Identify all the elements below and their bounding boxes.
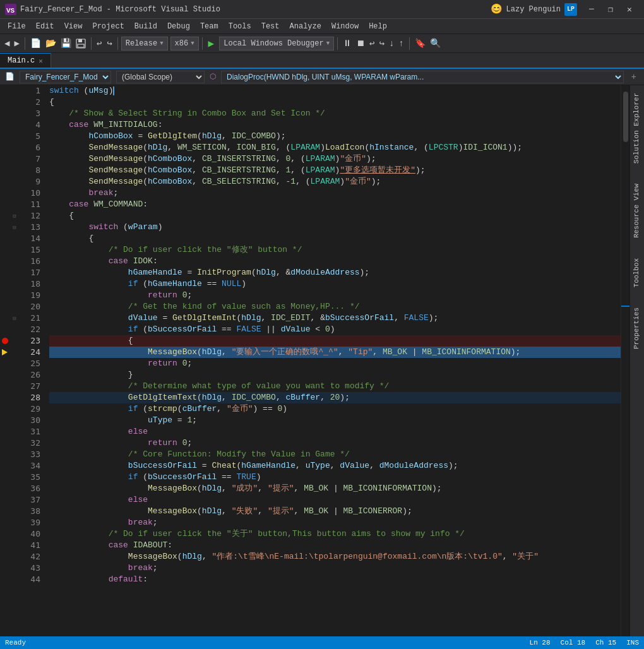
- menu-item-tools[interactable]: Tools: [224, 19, 256, 34]
- toolbar-find-btn[interactable]: 🔍: [428, 37, 443, 50]
- toolbox-label: Toolbox: [630, 253, 643, 292]
- line-num-8: 8: [19, 165, 40, 176]
- menu-item-help[interactable]: Help: [364, 19, 392, 34]
- gutter-8: [0, 165, 10, 176]
- toolbar-debug-btn-5[interactable]: ↓: [387, 37, 396, 50]
- build-config-dropdown[interactable]: Release ▼: [121, 37, 168, 51]
- code-line-13: switch (wParam): [49, 222, 621, 233]
- line-num-43: 43: [19, 563, 40, 574]
- menu-item-view[interactable]: View: [59, 19, 88, 34]
- toolbar-debug-btn-1[interactable]: ⏸: [341, 37, 354, 50]
- line-num-16: 16: [19, 256, 40, 267]
- line-num-22: 22: [19, 324, 40, 335]
- toolbar-back-btn[interactable]: ◀: [3, 37, 11, 50]
- menu-item-analyze[interactable]: Analyze: [285, 19, 326, 34]
- code-line-3: /* Show & Select String in Combo Box and…: [49, 108, 621, 119]
- fold-12[interactable]: ⊟: [10, 210, 19, 222]
- gutter-29: [0, 403, 10, 415]
- toolbar-open-btn[interactable]: 📂: [44, 37, 58, 50]
- line-num-1: 1: [19, 85, 40, 97]
- toolbar-new-btn[interactable]: 📄: [28, 37, 43, 50]
- user-area: 😊 Lazy Penguin LP: [491, 3, 577, 16]
- solution-explorer-tab[interactable]: Solution Explorer: [630, 85, 644, 171]
- tab-close-icon[interactable]: ✕: [39, 57, 43, 65]
- line-num-32: 32: [19, 438, 40, 449]
- toolbar-debug-icons: ⏸ ⏹ ↩ ↪ ↓ ↑: [341, 37, 406, 50]
- resource-view-tab[interactable]: Resource View: [630, 176, 644, 246]
- line-num-41: 41: [19, 540, 40, 551]
- line-num-35: 35: [19, 472, 40, 483]
- platform-arrow: ▼: [191, 40, 194, 47]
- menu-item-build[interactable]: Build: [129, 19, 162, 34]
- code-line-4: case WM_INITDIALOG:: [49, 119, 621, 131]
- gutter-30: [0, 415, 10, 426]
- svg-text:VS: VS: [6, 7, 15, 15]
- line-num-39: 39: [19, 517, 40, 528]
- status-right: Ln 28 Col 18 Ch 15 INS: [530, 639, 639, 646]
- code-line-11: case WM_COMMAND:: [49, 199, 621, 210]
- toolbar-debug-btn-6[interactable]: ↑: [397, 37, 405, 50]
- line-num-21: 21: [19, 313, 40, 324]
- project-selector[interactable]: Fairy_Fencer_F_Mod: [20, 71, 111, 83]
- code-line-24: MessageBox(hDlg, "要输入一个正确的数哦^_^", "Tip",…: [49, 347, 621, 358]
- close-button[interactable]: ✕: [620, 1, 639, 18]
- editor-current-indicator: [621, 306, 629, 307]
- toolbar-redo-btn[interactable]: ↪: [105, 37, 114, 50]
- properties-tab[interactable]: Properties: [630, 300, 644, 357]
- toolbar-debug-btn-4[interactable]: ↪: [378, 37, 386, 50]
- menu-item-window[interactable]: Window: [326, 19, 364, 34]
- code-line-2: {: [49, 97, 621, 108]
- code-line-38: MessageBox(hDlg, "失败", "提示", MB_OK | MB_…: [49, 506, 621, 517]
- menu-item-edit[interactable]: Edit: [31, 19, 59, 34]
- code-line-31: else: [49, 426, 621, 438]
- line-num-23: 23: [19, 335, 40, 347]
- debugger-dropdown[interactable]: Local Windows Debugger ▼: [219, 37, 334, 51]
- gutter-10: [0, 188, 10, 199]
- toolbar-bookmark-btn[interactable]: 🔖: [413, 37, 427, 50]
- menu-item-file[interactable]: File: [3, 19, 31, 34]
- editor-scroll-track[interactable]: [621, 85, 629, 636]
- add-tab-btn[interactable]: +: [629, 72, 639, 82]
- fold-21[interactable]: ⊟: [10, 313, 19, 324]
- line-num-20: 20: [19, 301, 40, 313]
- toolbox-tab[interactable]: Toolbox: [630, 251, 644, 295]
- menu-item-team[interactable]: Team: [195, 19, 224, 34]
- toolbar-debug-btn-2[interactable]: ⏹: [354, 37, 367, 50]
- code-line-12: {: [49, 210, 621, 222]
- line-num-18: 18: [19, 278, 40, 290]
- toolbar-sep-3: [117, 37, 118, 50]
- line-num-4: 4: [19, 119, 40, 131]
- toolbar-save-all-btn[interactable]: [74, 37, 88, 50]
- gutter-24-current: [0, 347, 10, 358]
- toolbar-icon-group-1: ◀ ▶: [3, 37, 21, 50]
- filepath-bar: 📄 Fairy_Fencer_F_Mod (Global Scope) ⬡ Di…: [0, 69, 644, 85]
- toolbar-debug-btn-3[interactable]: ↩: [367, 37, 376, 50]
- fold-13[interactable]: ⊟: [10, 222, 19, 233]
- platform-dropdown[interactable]: x86 ▼: [170, 37, 199, 51]
- run-button[interactable]: ▶: [206, 37, 217, 50]
- user-avatar[interactable]: LP: [564, 3, 577, 16]
- code-line-9: SendMessage(hComboBox, CB_SELECTSTRING, …: [49, 176, 621, 188]
- restore-button[interactable]: ❐: [601, 1, 620, 18]
- gutter-11: [0, 199, 10, 210]
- code-editor[interactable]: ⊟ ⊟ ⊟: [0, 85, 629, 636]
- code-content[interactable]: switch (uMsg) { /* Show & Select String …: [44, 85, 621, 636]
- tab-main-c[interactable]: Main.c ✕: [0, 53, 51, 68]
- code-line-27: /* Determine what type of value you want…: [49, 381, 621, 392]
- code-line-22: if (bSuccessOrFail == FALSE || dValue < …: [49, 324, 621, 335]
- code-line-39: break;: [49, 517, 621, 528]
- minimize-button[interactable]: ─: [582, 1, 601, 18]
- toolbar-forward-btn[interactable]: ▶: [12, 37, 21, 50]
- menu-item-test[interactable]: Test: [256, 19, 285, 34]
- toolbar-save-btn[interactable]: 💾: [59, 37, 73, 50]
- scope-selector[interactable]: (Global Scope): [116, 71, 205, 83]
- properties-label: Properties: [630, 302, 643, 354]
- toolbar-sep-1: [25, 37, 25, 50]
- menu-item-project[interactable]: Project: [87, 19, 129, 34]
- toolbar-undo-btn[interactable]: ↩: [95, 37, 104, 50]
- line-num-37: 37: [19, 494, 40, 506]
- editor-scroll-thumb[interactable]: [623, 92, 628, 142]
- code-line-34: bSuccessOrFail = Cheat(hGameHandle, uTyp…: [49, 460, 621, 472]
- menu-item-debug[interactable]: Debug: [162, 19, 195, 34]
- function-selector[interactable]: DialogProc(HWND hDlg, UINT uMsg, WPARAM …: [221, 71, 624, 83]
